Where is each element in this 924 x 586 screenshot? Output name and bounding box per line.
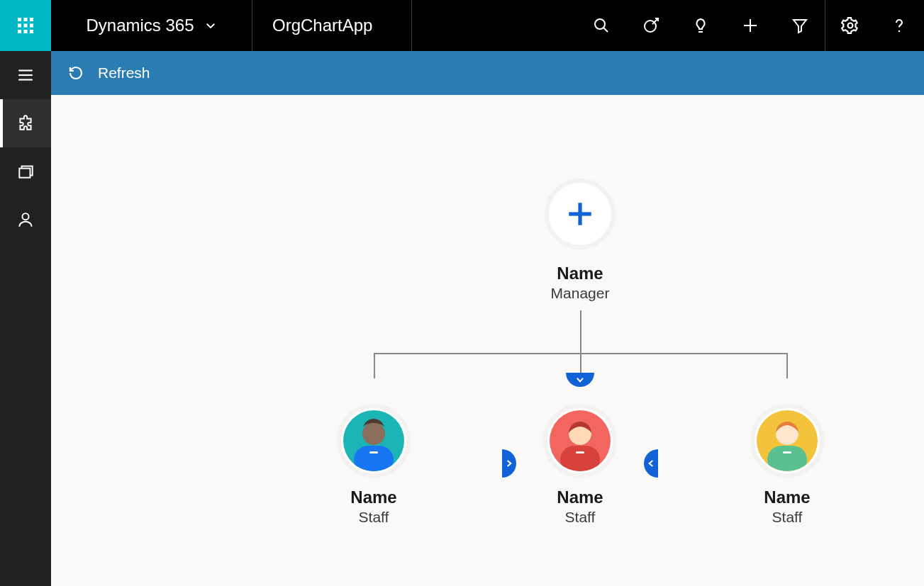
command-bar: Refresh bbox=[51, 51, 924, 95]
svg-rect-21 bbox=[19, 169, 30, 178]
svg-rect-1 bbox=[24, 18, 28, 21]
svg-rect-5 bbox=[30, 24, 33, 28]
svg-rect-33 bbox=[783, 451, 791, 453]
node-name: Name bbox=[337, 488, 411, 507]
svg-rect-4 bbox=[24, 24, 28, 28]
avatar bbox=[757, 410, 818, 471]
svg-rect-0 bbox=[18, 18, 21, 21]
chevron-left-icon bbox=[646, 457, 656, 470]
header-spacer bbox=[412, 0, 577, 51]
chevron-down-icon bbox=[204, 19, 217, 32]
svg-rect-26 bbox=[354, 446, 394, 471]
task-button[interactable] bbox=[626, 0, 676, 51]
svg-point-22 bbox=[22, 213, 28, 220]
add-right-handle[interactable] bbox=[644, 449, 658, 478]
assistant-button[interactable] bbox=[676, 0, 725, 51]
main-area: Refresh Name Manager bbox=[51, 51, 924, 586]
svg-point-17 bbox=[898, 30, 900, 32]
node-role: Manager bbox=[545, 285, 616, 302]
node-name: Name bbox=[545, 264, 616, 283]
question-icon bbox=[891, 17, 908, 34]
node-role: Staff bbox=[337, 509, 411, 526]
avatar-svg bbox=[550, 410, 611, 471]
nav-hamburger-button[interactable] bbox=[0, 51, 51, 99]
search-icon bbox=[593, 17, 610, 34]
node-role: Staff bbox=[750, 509, 824, 526]
expand-down-handle[interactable] bbox=[566, 373, 594, 387]
app-launcher-button[interactable] bbox=[0, 0, 51, 51]
help-button[interactable] bbox=[874, 0, 924, 51]
node-name: Name bbox=[543, 488, 617, 507]
refresh-icon bbox=[67, 64, 84, 81]
node-role: Staff bbox=[543, 509, 617, 526]
app-name: OrgChartApp bbox=[252, 0, 412, 51]
add-left-handle[interactable] bbox=[502, 449, 516, 478]
person-icon bbox=[16, 210, 35, 229]
svg-rect-3 bbox=[18, 24, 21, 28]
avatar bbox=[343, 410, 404, 471]
settings-button[interactable] bbox=[825, 0, 874, 51]
refresh-label[interactable]: Refresh bbox=[98, 64, 150, 81]
funnel-icon bbox=[791, 17, 808, 34]
svg-rect-8 bbox=[30, 30, 33, 33]
add-root-avatar[interactable] bbox=[545, 179, 616, 249]
hamburger-icon bbox=[16, 66, 35, 84]
chevron-right-icon bbox=[504, 457, 514, 470]
svg-point-25 bbox=[362, 422, 385, 445]
brand-switcher[interactable]: Dynamics 365 bbox=[51, 0, 252, 51]
svg-point-9 bbox=[595, 19, 605, 29]
nav-person-button[interactable] bbox=[0, 196, 51, 244]
target-icon bbox=[642, 17, 659, 34]
svg-rect-32 bbox=[767, 446, 807, 471]
orgchart-child-node[interactable]: Name Staff bbox=[750, 404, 824, 526]
new-record-button[interactable] bbox=[725, 0, 775, 51]
svg-point-16 bbox=[847, 23, 852, 28]
connector-line bbox=[786, 353, 788, 378]
puzzle-icon bbox=[16, 114, 35, 133]
refresh-button[interactable] bbox=[67, 64, 85, 82]
search-button[interactable] bbox=[577, 0, 626, 51]
nav-recent-button[interactable] bbox=[0, 147, 51, 196]
svg-rect-2 bbox=[30, 18, 33, 21]
avatar bbox=[550, 410, 611, 471]
gear-icon bbox=[841, 16, 859, 35]
app-name-label: OrgChartApp bbox=[272, 16, 372, 35]
waffle-icon bbox=[17, 17, 34, 34]
orgchart-root-node[interactable]: Name Manager bbox=[545, 179, 616, 302]
avatar-svg bbox=[343, 410, 404, 471]
orgchart-child-node[interactable]: Name Staff bbox=[543, 404, 617, 526]
svg-rect-29 bbox=[560, 446, 600, 471]
svg-rect-30 bbox=[576, 451, 584, 453]
chevron-down-icon bbox=[574, 375, 586, 385]
plus-icon bbox=[565, 199, 595, 229]
plus-icon bbox=[742, 17, 759, 34]
filter-button[interactable] bbox=[775, 0, 825, 51]
avatar-ring bbox=[750, 404, 824, 478]
orgchart-canvas: Name Manager bbox=[51, 95, 924, 586]
svg-rect-27 bbox=[369, 451, 378, 453]
lightbulb-icon bbox=[692, 17, 709, 34]
avatar-ring bbox=[337, 404, 411, 478]
svg-rect-7 bbox=[24, 30, 28, 33]
orgchart-child-node[interactable]: Name Staff bbox=[337, 404, 411, 526]
left-nav bbox=[0, 51, 51, 586]
svg-rect-6 bbox=[18, 30, 21, 33]
connector-line bbox=[580, 310, 581, 353]
svg-line-10 bbox=[603, 28, 608, 32]
global-header: Dynamics 365 OrgChartApp bbox=[0, 0, 924, 51]
avatar-ring bbox=[543, 404, 617, 478]
avatar-svg bbox=[757, 410, 818, 471]
svg-marker-15 bbox=[794, 20, 806, 33]
connector-line bbox=[374, 353, 375, 378]
nav-custom-button[interactable] bbox=[0, 99, 51, 147]
brand-label: Dynamics 365 bbox=[86, 16, 194, 35]
node-name: Name bbox=[750, 488, 824, 507]
stack-icon bbox=[16, 162, 35, 181]
